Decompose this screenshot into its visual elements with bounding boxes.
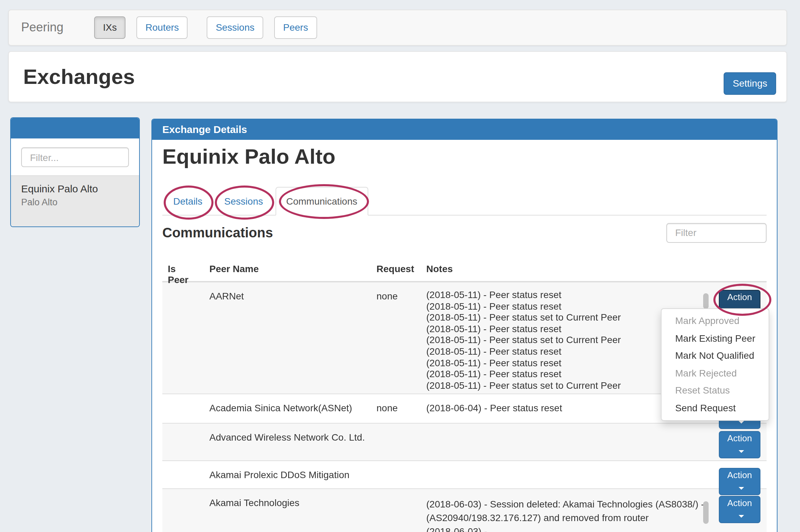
table-row: Akamai Technologies(2018-06-03) - Sessio… (162, 489, 767, 532)
cell-actions: Action (713, 424, 767, 460)
nav-button-routers[interactable]: Routers (137, 16, 188, 39)
menu-item-mark-approved: Mark Approved (662, 312, 769, 330)
nav-button-peers[interactable]: Peers (274, 16, 317, 39)
panel-heading: Exchange Details (152, 119, 777, 140)
menu-item-send-request[interactable]: Send Request (662, 399, 769, 417)
exchange-city: Palo Alto (21, 197, 129, 207)
action-button[interactable]: Action (719, 496, 760, 523)
exchange-list-item-equinix-palo-alto[interactable]: Equinix Palo Alto Palo Alto (11, 175, 139, 227)
cell-peer-name: Akamai Technologies (204, 489, 371, 532)
cell-request (371, 424, 421, 460)
exchange-list-panel: Equinix Palo Alto Palo Alto (10, 117, 140, 227)
menu-item-mark-existing-peer[interactable]: Mark Existing Peer (662, 330, 769, 347)
caret-down-icon (739, 421, 744, 424)
communications-filter-input[interactable] (666, 223, 767, 242)
table-header-row: Is Peer Peer Name Request Notes (162, 263, 767, 282)
caret-down-icon (739, 450, 744, 453)
nav-button-sessions[interactable]: Sessions (207, 16, 264, 39)
action-button[interactable]: Action (719, 431, 760, 458)
column-header-actions (713, 263, 767, 285)
note-line: (2018-05-11) - Peer status reset (426, 289, 708, 300)
column-header-is-peer: Is Peer (162, 263, 204, 285)
cell-is-peer (162, 424, 204, 460)
action-dropdown-menu: Mark ApprovedMark Existing PeerMark Not … (661, 308, 769, 421)
tab-communications[interactable]: Communications (275, 187, 368, 216)
exchange-filter-input[interactable] (21, 147, 129, 167)
top-navbar: Peering IXs Routers Sessions Peers (8, 10, 787, 46)
cell-is-peer (162, 282, 204, 394)
exchange-name: Equinix Palo Alto (21, 183, 129, 194)
cell-request: none (371, 282, 421, 394)
column-header-request: Request (371, 263, 421, 285)
table-row: Advanced Wireless Network Co. Ltd.Action (162, 424, 767, 461)
nav-button-ixs[interactable]: IXs (94, 16, 125, 39)
cell-request (371, 489, 421, 532)
communications-title: Communications (162, 225, 273, 240)
cell-peer-name: Advanced Wireless Network Co. Ltd. (204, 424, 371, 460)
column-header-peer-name: Peer Name (204, 263, 371, 285)
cell-peer-name: AARNet (204, 282, 371, 394)
table-row: Akamai Prolexic DDoS MitigationAction (162, 461, 767, 489)
page: Peering IXs Routers Sessions Peers Excha… (0, 0, 800, 532)
note-line: (2018-06-03) - (426, 524, 708, 532)
communications-header-row: Communications (162, 222, 767, 243)
menu-item-mark-rejected: Mark Rejected (662, 365, 769, 382)
caret-down-icon (739, 515, 744, 518)
page-title: Exchanges (23, 64, 135, 89)
cell-notes: (2018-06-03) - Session deleted: Akamai T… (421, 489, 713, 532)
settings-button[interactable]: Settings (724, 72, 776, 95)
tab-sessions[interactable]: Sessions (213, 187, 274, 216)
notes-scrollbar-thumb[interactable] (703, 293, 709, 309)
page-header: Exchanges Settings (8, 51, 787, 102)
note-line: (AS20940/198.32.176.127) and removed fro… (426, 511, 708, 524)
menu-item-reset-status: Reset Status (662, 382, 769, 399)
notes-scrollbar-thumb[interactable] (703, 501, 709, 524)
cell-notes (421, 424, 713, 460)
cell-actions: Action (713, 489, 767, 532)
column-header-notes: Notes (421, 263, 713, 285)
cell-is-peer (162, 489, 204, 532)
exchange-list-body: Equinix Palo Alto Palo Alto (11, 138, 139, 227)
note-line: (2018-06-03) - Session deleted: Akamai T… (426, 497, 708, 511)
tab-details[interactable]: Details (162, 187, 213, 216)
exchange-list-panel-header (11, 118, 139, 138)
tab-bar: Details Sessions Communications (162, 185, 767, 216)
menu-item-mark-not-qualified[interactable]: Mark Not Qualified (662, 347, 769, 365)
brand-peering: Peering (11, 20, 74, 35)
exchange-title: Equinix Palo Alto (162, 144, 767, 170)
